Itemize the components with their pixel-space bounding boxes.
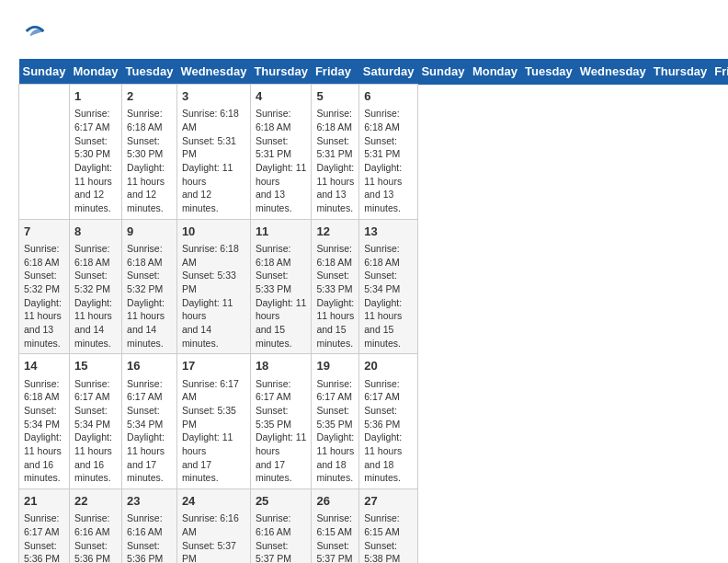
week-row-3: 14Sunrise: 6:18 AM Sunset: 5:34 PM Dayli…: [19, 354, 729, 489]
week-row-2: 7Sunrise: 6:18 AM Sunset: 5:32 PM Daylig…: [19, 219, 729, 354]
col-header-friday: Friday: [711, 59, 728, 85]
day-number: 20: [364, 358, 413, 374]
calendar-cell: 20Sunrise: 6:17 AM Sunset: 5:36 PM Dayli…: [359, 354, 418, 489]
col-header-wednesday: Wednesday: [576, 59, 650, 85]
header-monday: Monday: [69, 59, 121, 85]
day-info: Sunrise: 6:17 AM Sunset: 5:35 PM Dayligh…: [316, 377, 354, 486]
day-info: Sunrise: 6:17 AM Sunset: 5:34 PM Dayligh…: [74, 377, 117, 486]
page-header: [18, 18, 710, 44]
day-info: Sunrise: 6:18 AM Sunset: 5:33 PM Dayligh…: [316, 242, 354, 350]
day-info: Sunrise: 6:18 AM Sunset: 5:30 PM Dayligh…: [127, 107, 172, 215]
calendar-cell: 8Sunrise: 6:18 AM Sunset: 5:32 PM Daylig…: [69, 219, 121, 354]
calendar-cell: 24Sunrise: 6:16 AM Sunset: 5:37 PM Dayli…: [176, 489, 250, 563]
col-header-sunday: Sunday: [417, 59, 468, 85]
day-info: Sunrise: 6:18 AM Sunset: 5:31 PM Dayligh…: [364, 107, 413, 215]
day-info: Sunrise: 6:16 AM Sunset: 5:37 PM Dayligh…: [256, 511, 307, 563]
day-number: 9: [127, 224, 172, 240]
calendar-cell: [19, 85, 70, 220]
header-tuesday: Tuesday: [122, 59, 177, 85]
calendar-cell: 21Sunrise: 6:17 AM Sunset: 5:36 PM Dayli…: [19, 489, 70, 563]
day-info: Sunrise: 6:16 AM Sunset: 5:36 PM Dayligh…: [127, 511, 172, 563]
day-number: 7: [24, 224, 64, 240]
day-number: 11: [256, 224, 307, 240]
header-sunday: Sunday: [19, 59, 70, 85]
day-info: Sunrise: 6:18 AM Sunset: 5:33 PM Dayligh…: [182, 242, 245, 350]
day-info: Sunrise: 6:17 AM Sunset: 5:30 PM Dayligh…: [74, 107, 117, 215]
day-number: 17: [182, 358, 245, 374]
day-info: Sunrise: 6:17 AM Sunset: 5:36 PM Dayligh…: [364, 377, 413, 486]
calendar-cell: 27Sunrise: 6:15 AM Sunset: 5:38 PM Dayli…: [359, 489, 418, 563]
day-info: Sunrise: 6:15 AM Sunset: 5:38 PM Dayligh…: [364, 511, 413, 563]
header-row: SundayMondayTuesdayWednesdayThursdayFrid…: [19, 59, 729, 85]
day-info: Sunrise: 6:18 AM Sunset: 5:33 PM Dayligh…: [256, 242, 307, 350]
day-info: Sunrise: 6:18 AM Sunset: 5:32 PM Dayligh…: [74, 242, 117, 350]
calendar-cell: 5Sunrise: 6:18 AM Sunset: 5:31 PM Daylig…: [312, 85, 359, 220]
day-number: 15: [74, 358, 117, 374]
day-number: 8: [74, 224, 117, 240]
calendar-cell: 17Sunrise: 6:17 AM Sunset: 5:35 PM Dayli…: [176, 354, 250, 489]
day-number: 24: [182, 493, 245, 510]
calendar-table: SundayMondayTuesdayWednesdayThursdayFrid…: [18, 59, 728, 563]
day-number: 13: [364, 224, 413, 240]
day-info: Sunrise: 6:17 AM Sunset: 5:35 PM Dayligh…: [182, 377, 245, 486]
day-info: Sunrise: 6:18 AM Sunset: 5:31 PM Dayligh…: [256, 107, 307, 215]
header-thursday: Thursday: [250, 59, 312, 85]
week-row-1: 1Sunrise: 6:17 AM Sunset: 5:30 PM Daylig…: [19, 85, 729, 220]
calendar-cell: 15Sunrise: 6:17 AM Sunset: 5:34 PM Dayli…: [69, 354, 121, 489]
calendar-cell: 11Sunrise: 6:18 AM Sunset: 5:33 PM Dayli…: [250, 219, 312, 354]
header-saturday: Saturday: [359, 59, 418, 85]
day-number: 26: [316, 493, 354, 510]
calendar-cell: 9Sunrise: 6:18 AM Sunset: 5:32 PM Daylig…: [122, 219, 177, 354]
header-wednesday: Wednesday: [176, 59, 250, 85]
day-info: Sunrise: 6:18 AM Sunset: 5:32 PM Dayligh…: [127, 242, 172, 350]
calendar-cell: 1Sunrise: 6:17 AM Sunset: 5:30 PM Daylig…: [69, 85, 121, 220]
col-header-thursday: Thursday: [650, 59, 711, 85]
calendar-cell: 3Sunrise: 6:18 AM Sunset: 5:31 PM Daylig…: [176, 85, 250, 220]
logo: [18, 18, 48, 44]
day-number: 10: [182, 224, 245, 240]
calendar-cell: 26Sunrise: 6:15 AM Sunset: 5:37 PM Dayli…: [312, 489, 359, 563]
day-number: 6: [364, 88, 413, 105]
calendar-cell: 18Sunrise: 6:17 AM Sunset: 5:35 PM Dayli…: [250, 354, 312, 489]
calendar-cell: 12Sunrise: 6:18 AM Sunset: 5:33 PM Dayli…: [312, 219, 359, 354]
day-info: Sunrise: 6:18 AM Sunset: 5:31 PM Dayligh…: [182, 107, 245, 215]
header-friday: Friday: [312, 59, 359, 85]
day-number: 5: [316, 88, 354, 105]
col-header-tuesday: Tuesday: [521, 59, 576, 85]
day-number: 1: [74, 88, 117, 105]
day-number: 4: [256, 88, 307, 105]
day-info: Sunrise: 6:16 AM Sunset: 5:37 PM Dayligh…: [182, 511, 245, 563]
calendar-cell: 16Sunrise: 6:17 AM Sunset: 5:34 PM Dayli…: [122, 354, 177, 489]
logo-icon: [22, 18, 48, 44]
col-header-monday: Monday: [469, 59, 521, 85]
day-number: 25: [256, 493, 307, 510]
day-info: Sunrise: 6:17 AM Sunset: 5:35 PM Dayligh…: [256, 377, 307, 486]
calendar-cell: 10Sunrise: 6:18 AM Sunset: 5:33 PM Dayli…: [176, 219, 250, 354]
day-number: 19: [316, 358, 354, 374]
day-number: 22: [74, 493, 117, 510]
calendar-cell: 25Sunrise: 6:16 AM Sunset: 5:37 PM Dayli…: [250, 489, 312, 563]
day-info: Sunrise: 6:18 AM Sunset: 5:34 PM Dayligh…: [364, 242, 413, 350]
day-number: 21: [24, 493, 64, 510]
day-number: 2: [127, 88, 172, 105]
day-number: 23: [127, 493, 172, 510]
week-row-4: 21Sunrise: 6:17 AM Sunset: 5:36 PM Dayli…: [19, 489, 729, 563]
calendar-cell: 4Sunrise: 6:18 AM Sunset: 5:31 PM Daylig…: [250, 85, 312, 220]
calendar-cell: 19Sunrise: 6:17 AM Sunset: 5:35 PM Dayli…: [312, 354, 359, 489]
calendar-cell: 22Sunrise: 6:16 AM Sunset: 5:36 PM Dayli…: [69, 489, 121, 563]
calendar-cell: 7Sunrise: 6:18 AM Sunset: 5:32 PM Daylig…: [19, 219, 70, 354]
day-info: Sunrise: 6:18 AM Sunset: 5:34 PM Dayligh…: [24, 377, 64, 486]
day-number: 14: [24, 358, 64, 374]
day-info: Sunrise: 6:18 AM Sunset: 5:32 PM Dayligh…: [24, 242, 64, 350]
day-number: 16: [127, 358, 172, 374]
calendar-cell: 2Sunrise: 6:18 AM Sunset: 5:30 PM Daylig…: [122, 85, 177, 220]
day-info: Sunrise: 6:17 AM Sunset: 5:34 PM Dayligh…: [127, 377, 172, 486]
calendar-cell: 14Sunrise: 6:18 AM Sunset: 5:34 PM Dayli…: [19, 354, 70, 489]
day-number: 27: [364, 493, 413, 510]
day-number: 3: [182, 88, 245, 105]
calendar-cell: 23Sunrise: 6:16 AM Sunset: 5:36 PM Dayli…: [122, 489, 177, 563]
calendar-cell: 13Sunrise: 6:18 AM Sunset: 5:34 PM Dayli…: [359, 219, 418, 354]
day-info: Sunrise: 6:17 AM Sunset: 5:36 PM Dayligh…: [24, 511, 64, 563]
day-info: Sunrise: 6:16 AM Sunset: 5:36 PM Dayligh…: [74, 511, 117, 563]
day-info: Sunrise: 6:18 AM Sunset: 5:31 PM Dayligh…: [316, 107, 354, 215]
